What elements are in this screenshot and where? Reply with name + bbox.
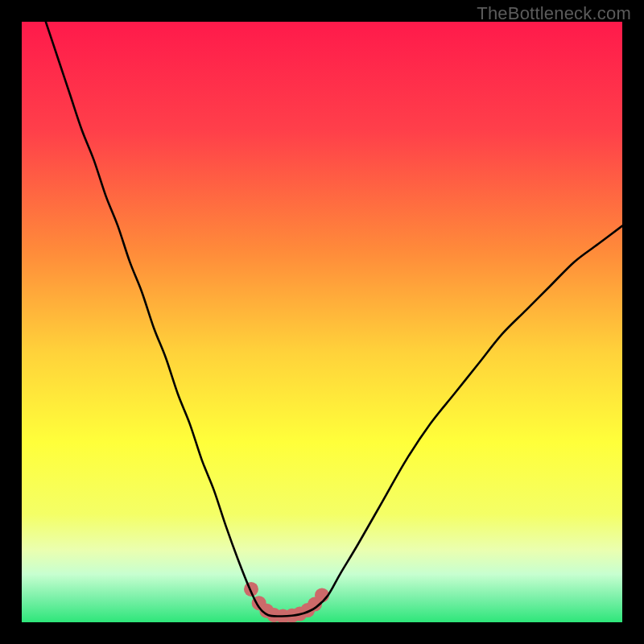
curve-layer [22, 22, 622, 622]
plot-area [22, 22, 622, 622]
frame: TheBottleneck.com [0, 0, 644, 644]
bottleneck-curve [46, 22, 622, 617]
